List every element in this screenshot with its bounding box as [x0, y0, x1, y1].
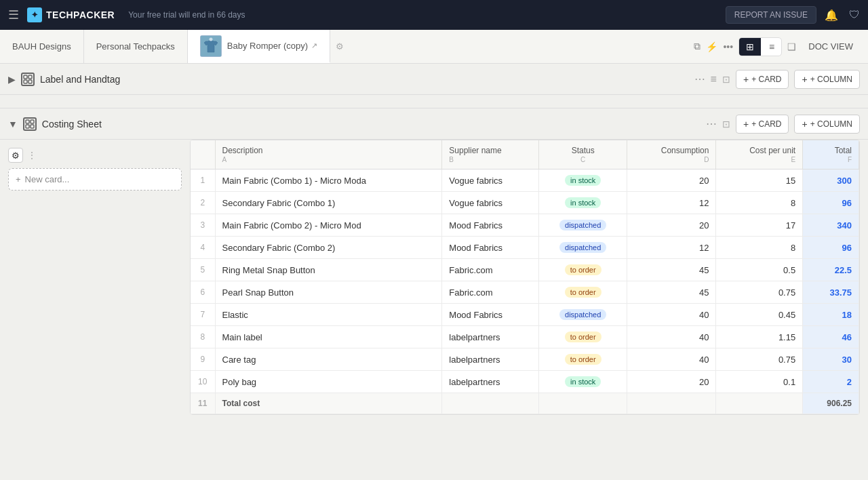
table-row[interactable]: 11Total cost906.25	[191, 393, 859, 414]
row-total[interactable]: 96	[803, 192, 859, 214]
row-description[interactable]: Care tag	[215, 348, 442, 371]
row-cost-per-unit[interactable]: 0.5	[716, 259, 803, 281]
row-total[interactable]: 906.25	[803, 393, 859, 414]
filter-icon[interactable]: ⚡	[706, 41, 717, 52]
row-supplier[interactable]	[442, 393, 539, 414]
list-view-button[interactable]: ≡	[762, 38, 781, 56]
row-status[interactable]: dispatched	[539, 304, 627, 326]
hamburger-icon[interactable]: ☰	[8, 7, 19, 22]
row-consumption[interactable]: 12	[627, 192, 716, 214]
bell-icon[interactable]: 🔔	[825, 9, 838, 22]
table-row[interactable]: 9Care taglabelpartnersto order400.7530	[191, 348, 859, 371]
doc-view-button[interactable]: DOC VIEW	[802, 38, 860, 55]
row-supplier[interactable]: Vogue fabrics	[442, 192, 539, 214]
row-status[interactable]: to order	[539, 348, 627, 371]
layers-icon[interactable]: ❑	[787, 41, 796, 52]
row-cost-per-unit[interactable]: 1.15	[716, 326, 803, 348]
row-total[interactable]: 96	[803, 237, 859, 259]
row-status[interactable]: to order	[539, 281, 627, 304]
section1-list-icon[interactable]: ≡	[711, 73, 717, 85]
section2-add-column-button[interactable]: + + COLUMN	[794, 115, 860, 134]
row-supplier[interactable]: Mood Fabrics	[442, 304, 539, 326]
row-description[interactable]: Poly bag	[215, 371, 442, 393]
row-supplier[interactable]: labelpartners	[442, 326, 539, 348]
copy-icon[interactable]: ⧉	[694, 41, 701, 52]
row-description[interactable]: Total cost	[215, 393, 442, 414]
row-supplier[interactable]: labelpartners	[442, 371, 539, 393]
row-supplier[interactable]: Vogue fabrics	[442, 169, 539, 192]
more-options-icon[interactable]: •••	[723, 41, 733, 52]
table-row[interactable]: 6Pearl Snap ButtonFabric.comto order450.…	[191, 281, 859, 304]
row-status[interactable]: in stock	[539, 192, 627, 214]
row-supplier[interactable]: labelpartners	[442, 348, 539, 371]
row-consumption[interactable]	[627, 393, 716, 414]
row-consumption[interactable]: 45	[627, 259, 716, 281]
section1-add-card-button[interactable]: + + CARD	[736, 70, 789, 89]
row-total[interactable]: 340	[803, 214, 859, 237]
row-cost-per-unit[interactable]: 0.1	[716, 371, 803, 393]
row-total[interactable]: 18	[803, 304, 859, 326]
row-description[interactable]: Ring Metal Snap Button	[215, 259, 442, 281]
row-cost-per-unit[interactable]: 0.45	[716, 304, 803, 326]
row-consumption[interactable]: 40	[627, 348, 716, 371]
table-row[interactable]: 4Secondary Fabric (Combo 2)Mood Fabricsd…	[191, 237, 859, 259]
table-row[interactable]: 2Secondary Fabric (Combo 1)Vogue fabrics…	[191, 192, 859, 214]
table-row[interactable]: 1Main Fabric (Combo 1) - Micro ModaVogue…	[191, 169, 859, 192]
grid-view-button[interactable]: ⊞	[739, 38, 761, 56]
row-supplier[interactable]: Fabric.com	[442, 281, 539, 304]
section1-add-column-button[interactable]: + + COLUMN	[794, 70, 860, 89]
card-settings-icon[interactable]: ⚙	[8, 148, 23, 163]
row-total[interactable]: 2	[803, 371, 859, 393]
tab-personal[interactable]: Personal Techpacks	[84, 30, 188, 63]
row-supplier[interactable]: Fabric.com	[442, 259, 539, 281]
row-description[interactable]: Main label	[215, 326, 442, 348]
card-more-icon[interactable]: ⋮	[27, 150, 37, 161]
tab-baby-romper[interactable]: Baby Romper (copy) ↗	[188, 30, 330, 63]
report-issue-button[interactable]: REPORT AN ISSUE	[726, 6, 816, 24]
row-status[interactable]: dispatched	[539, 214, 627, 237]
row-consumption[interactable]: 20	[627, 214, 716, 237]
row-consumption[interactable]: 12	[627, 237, 716, 259]
row-cost-per-unit[interactable]	[716, 393, 803, 414]
settings-icon[interactable]: ⚙	[330, 41, 349, 52]
row-supplier[interactable]: Mood Fabrics	[442, 237, 539, 259]
row-consumption[interactable]: 45	[627, 281, 716, 304]
section1-chevron[interactable]: ▶	[8, 74, 16, 85]
table-row[interactable]: 5Ring Metal Snap ButtonFabric.comto orde…	[191, 259, 859, 281]
row-consumption[interactable]: 20	[627, 169, 716, 192]
row-cost-per-unit[interactable]: 0.75	[716, 281, 803, 304]
row-status[interactable]: to order	[539, 326, 627, 348]
tab-bauh[interactable]: BAUH Designs	[0, 30, 84, 63]
section2-more-icon[interactable]: ⋯	[706, 117, 717, 130]
row-status[interactable]: in stock	[539, 371, 627, 393]
row-description[interactable]: Main Fabric (Combo 2) - Micro Mod	[215, 214, 442, 237]
row-total[interactable]: 33.75	[803, 281, 859, 304]
row-description[interactable]: Elastic	[215, 304, 442, 326]
row-status[interactable]	[539, 393, 627, 414]
row-status[interactable]: in stock	[539, 169, 627, 192]
table-row[interactable]: 3Main Fabric (Combo 2) - Micro ModMood F…	[191, 214, 859, 237]
row-status[interactable]: to order	[539, 259, 627, 281]
row-description[interactable]: Secondary Fabric (Combo 1)	[215, 192, 442, 214]
row-total[interactable]: 22.5	[803, 259, 859, 281]
row-total[interactable]: 300	[803, 169, 859, 192]
section2-chevron[interactable]: ▼	[8, 119, 18, 129]
row-status[interactable]: dispatched	[539, 237, 627, 259]
row-total[interactable]: 30	[803, 348, 859, 371]
row-cost-per-unit[interactable]: 17	[716, 214, 803, 237]
section1-columns-icon[interactable]: ⊡	[722, 74, 730, 85]
table-row[interactable]: 8Main labellabelpartnersto order401.1546	[191, 326, 859, 348]
new-card-button[interactable]: + New card...	[8, 168, 182, 191]
row-cost-per-unit[interactable]: 8	[716, 192, 803, 214]
section2-add-card-button[interactable]: + + CARD	[736, 115, 789, 134]
row-description[interactable]: Main Fabric (Combo 1) - Micro Moda	[215, 169, 442, 192]
row-cost-per-unit[interactable]: 8	[716, 237, 803, 259]
row-supplier[interactable]: Mood Fabrics	[442, 214, 539, 237]
horizontal-scrollbar[interactable]	[0, 95, 868, 108]
section1-more-icon[interactable]: ⋯	[694, 73, 705, 85]
row-total[interactable]: 46	[803, 326, 859, 348]
table-row[interactable]: 10Poly baglabelpartnersin stock200.12	[191, 371, 859, 393]
row-consumption[interactable]: 40	[627, 326, 716, 348]
row-cost-per-unit[interactable]: 15	[716, 169, 803, 192]
shield-icon[interactable]: 🛡	[849, 9, 860, 21]
